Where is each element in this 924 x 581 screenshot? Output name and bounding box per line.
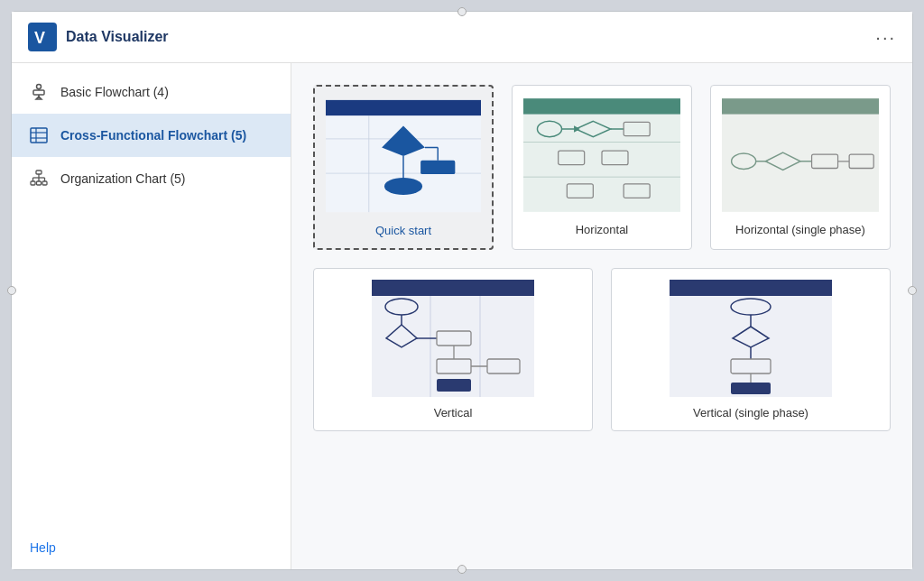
- sidebar-item-cross-functional-label: Cross-Functional Flowchart (5): [60, 128, 246, 143]
- template-horizontal-single-thumb: [722, 97, 879, 214]
- svg-marker-4: [36, 97, 42, 99]
- svg-rect-3: [33, 90, 44, 95]
- svg-point-27: [384, 178, 422, 195]
- resize-handle-left[interactable]: [6, 280, 17, 301]
- templates-row-1: Quick start: [313, 85, 891, 250]
- basic-flowchart-icon: [30, 83, 48, 101]
- svg-point-2: [37, 85, 42, 89]
- main-content: Basic Flowchart (4) Cross-Functional Flo…: [12, 63, 912, 569]
- template-vertical-label: Vertical: [434, 406, 473, 420]
- template-horizontal-label: Horizontal: [576, 223, 629, 236]
- sidebar-item-cross-functional[interactable]: Cross-Functional Flowchart (5): [12, 114, 291, 157]
- svg-rect-67: [437, 379, 471, 392]
- svg-rect-13: [37, 181, 42, 185]
- sidebar: Basic Flowchart (4) Cross-Functional Flo…: [12, 63, 291, 569]
- resize-handle-top[interactable]: [451, 6, 473, 17]
- template-quick-start-label: Quick start: [375, 224, 431, 237]
- sidebar-item-org-chart-label: Organization Chart (5): [60, 171, 186, 186]
- template-vertical-single[interactable]: Vertical (single phase): [611, 268, 891, 431]
- template-vertical[interactable]: Vertical: [313, 268, 593, 431]
- cross-functional-icon: [30, 126, 48, 144]
- svg-rect-55: [372, 280, 534, 296]
- svg-rect-7: [31, 128, 47, 143]
- templates-section: Quick start: [313, 85, 891, 431]
- sidebar-item-basic-flowchart[interactable]: Basic Flowchart (4): [12, 70, 291, 114]
- template-vertical-single-label: Vertical (single phase): [693, 406, 808, 420]
- templates-row-2: Vertical: [313, 268, 891, 431]
- resize-handle-bottom[interactable]: [451, 564, 473, 575]
- svg-rect-45: [722, 98, 879, 212]
- template-horizontal-single-label: Horizontal (single phase): [735, 223, 865, 236]
- app-header: V Data Visualizer ···: [12, 12, 912, 63]
- svg-rect-26: [420, 161, 455, 174]
- svg-text:V: V: [34, 29, 45, 47]
- svg-rect-11: [36, 171, 42, 174]
- sidebar-item-org-chart[interactable]: Organization Chart (5): [12, 157, 291, 200]
- svg-rect-32: [523, 98, 680, 114]
- template-vertical-single-thumb: [623, 280, 879, 397]
- app-window: V Data Visualizer ··· Basic Flo: [11, 11, 913, 570]
- more-options-icon[interactable]: ···: [875, 27, 896, 48]
- template-vertical-thumb: [325, 280, 581, 397]
- template-quick-start[interactable]: Quick start: [313, 85, 494, 250]
- template-horizontal-single[interactable]: Horizontal (single phase): [710, 85, 891, 250]
- template-horizontal-thumb: [523, 97, 680, 214]
- svg-rect-46: [722, 98, 879, 114]
- sidebar-item-basic-flowchart-label: Basic Flowchart (4): [60, 85, 169, 99]
- svg-rect-12: [31, 181, 35, 185]
- help-link[interactable]: Help: [12, 526, 291, 569]
- template-quick-start-thumb: [326, 97, 481, 215]
- svg-rect-14: [42, 181, 47, 185]
- sidebar-spacer: [12, 200, 291, 526]
- svg-rect-76: [731, 383, 771, 394]
- svg-rect-21: [326, 100, 481, 115]
- app-logo-icon: V: [28, 23, 57, 51]
- app-title: Data Visualizer: [66, 29, 169, 45]
- header-left: V Data Visualizer: [28, 23, 169, 51]
- template-horizontal[interactable]: Horizontal: [512, 85, 692, 250]
- resize-handle-right[interactable]: [907, 280, 918, 301]
- templates-area: Quick start: [291, 63, 912, 569]
- svg-rect-69: [670, 280, 832, 296]
- org-chart-icon: [30, 170, 48, 188]
